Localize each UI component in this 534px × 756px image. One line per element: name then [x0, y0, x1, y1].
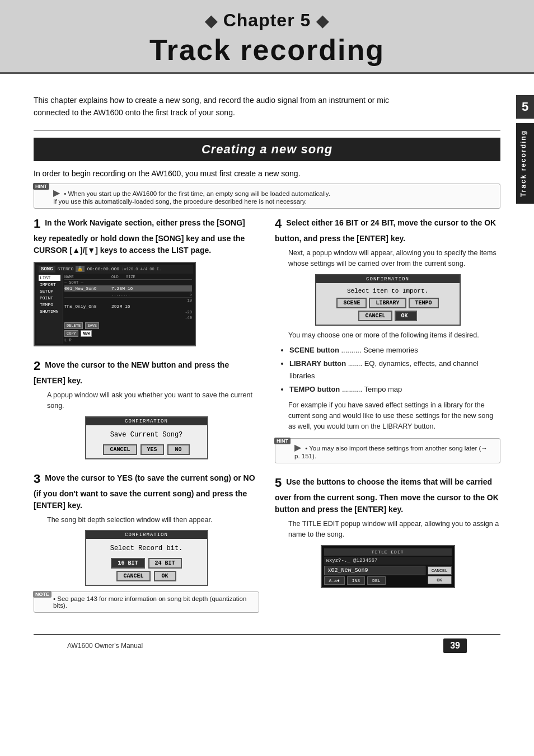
table-header: NAME OLD SIZE — [64, 275, 192, 280]
nav-tempo[interactable]: TEMPO — [39, 302, 60, 308]
ok-bit-button[interactable]: OK — [154, 571, 176, 581]
new-btn[interactable]: NEW — [81, 330, 92, 337]
row-numbers: 10 — [64, 298, 192, 303]
feature-list: SCENE button .......... Scene memories L… — [280, 344, 500, 396]
title-edit-bar: TITLE EDIT — [324, 548, 452, 556]
two-column-layout: 1 In the Work Navigate section, either p… — [34, 214, 500, 623]
hint-arrow-bottom-icon: ▶ — [294, 442, 301, 453]
intro-text: This chapter explains how to create a ne… — [34, 94, 425, 119]
screen-bottom: L R — [64, 338, 192, 342]
hint-badge: HINT — [33, 183, 49, 190]
sort-label: — SORT — — [64, 280, 192, 285]
hint-box-top: HINT ▶ • When you start up the AW1600 fo… — [34, 184, 500, 209]
table-row[interactable]: 001_New_Son9 7.25M 16 — [64, 285, 192, 292]
copy-btn[interactable]: COPY — [64, 330, 78, 337]
title-ins-button[interactable]: INS — [347, 576, 365, 585]
list-item-tempo: TEMPO button .......... Tempo map — [289, 383, 500, 395]
scene-label: SCENE button — [289, 346, 339, 354]
you-may-text: You may choose one or more of the follow… — [288, 330, 500, 341]
library-label: LIBRARY button — [289, 359, 346, 368]
step-3: 3 Move the cursor to YES (to save the cu… — [34, 469, 259, 613]
left-column: 1 In the Work Navigate section, either p… — [34, 214, 259, 623]
step-4-number: 4 — [275, 217, 282, 231]
scene-text: Scene memories — [363, 346, 418, 354]
title-az-button[interactable]: A-a♦ — [324, 576, 345, 585]
step-3-number: 3 — [34, 472, 40, 486]
delete-btn[interactable]: DELETE — [64, 322, 83, 329]
yes-button[interactable]: YES — [140, 444, 164, 455]
popup-bit-title: CONFIRMATION — [86, 531, 207, 539]
step-5: 5 Use the buttons to choose the items th… — [275, 473, 500, 588]
nav-setup[interactable]: SETUP — [39, 288, 60, 294]
title-input-box[interactable]: x02_New_Son9 — [324, 566, 425, 575]
song-table: NAME OLD SIZE — SORT — 001_New_Son9 7.25… — [63, 274, 193, 344]
side-tab-label: Track recording — [516, 123, 534, 204]
title-cancel-button[interactable]: CANCEL — [428, 566, 452, 575]
nav-point[interactable]: POINT — [39, 295, 60, 301]
popup-bit-text: Select Record bit. — [92, 542, 202, 555]
bit-ok-buttons: CANCEL OK — [92, 571, 202, 581]
song-list-screen: SONG STEREO 🔒 00:00:00.000 ♩=120.0 4/4 0… — [34, 262, 196, 346]
import-title: CONFIRMATION — [316, 275, 460, 283]
nav-list[interactable]: LIST — [39, 275, 60, 281]
import-buttons-row2: CANCEL OK — [321, 311, 455, 321]
step-2-number: 2 — [34, 359, 40, 373]
diamond-right-icon: ◆ — [316, 12, 329, 30]
scene-button[interactable]: SCENE — [336, 298, 367, 308]
step-1-header: 1 In the Work Navigate section, either p… — [34, 214, 259, 256]
footer-page-number: 39 — [443, 638, 467, 653]
library-button[interactable]: LIBRARY — [369, 298, 406, 308]
step-4-body: Next, a popup window will appear, allowi… — [288, 248, 500, 270]
title-chars: wxyz?-._ @1234567 — [324, 557, 452, 565]
hint-badge-bottom: HINT — [274, 438, 291, 444]
hint-text-line2: If you use this automatically-loaded son… — [53, 198, 307, 205]
popup-title: CONFIRMATION — [86, 417, 207, 425]
confirm-save-screen: CONFIRMATION Save Current Song? CANCEL Y… — [85, 416, 208, 459]
nav-import[interactable]: IMPORT — [39, 281, 60, 288]
ok-import-button[interactable]: OK — [395, 311, 417, 321]
page-title: Track recording — [0, 33, 534, 67]
title-input-row: x02_New_Son9 A-a♦ INS DEL CANCEL OK — [324, 566, 452, 585]
cancel-button[interactable]: CANCEL — [103, 444, 137, 455]
title-ok-button[interactable]: OK — [428, 576, 452, 584]
popup-text: Save Current Song? — [92, 429, 202, 441]
confirm-import-screen: CONFIRMATION Select item to Import. SCEN… — [315, 274, 461, 326]
step-3-body: The song bit depth selection window will… — [47, 515, 259, 525]
list-item-library: LIBRARY button ....... EQ, dynamics, eff… — [289, 358, 500, 382]
title-side-buttons: CANCEL OK — [428, 566, 452, 584]
table-row[interactable]: The_Only_On8 292M 16 — [64, 303, 192, 309]
right-column: 4 Select either 16 BIT or 24 BIT, move t… — [275, 214, 500, 623]
no-button[interactable]: NO — [167, 444, 190, 455]
page-footer: AW1600 Owner's Manual 39 — [34, 634, 500, 656]
save-btn[interactable]: SAVE — [85, 322, 99, 329]
step-3-header: 3 Move the cursor to YES (to save the cu… — [34, 469, 259, 511]
tempo-button[interactable]: TEMPO — [409, 298, 439, 308]
middle-text: For example if you have saved effect set… — [288, 400, 500, 433]
screen-header: SONG STEREO 🔒 00:00:00.000 ♩=120.0 4/4 0… — [36, 265, 193, 274]
title-bottom-row: A-a♦ INS DEL — [324, 576, 425, 585]
nav-shutdown[interactable]: SHUTDWN — [39, 308, 60, 314]
side-tab-number: 5 — [516, 95, 534, 119]
title-del-button[interactable]: DEL — [367, 576, 385, 585]
note-badge: NOTE — [33, 591, 51, 598]
section-bar: Creating a new song — [34, 138, 500, 161]
step-1-number: 1 — [34, 217, 40, 231]
popup-buttons: CANCEL YES NO — [92, 444, 202, 455]
hint-box-bottom: HINT ▶ • You may also import these setti… — [275, 438, 500, 463]
import-buttons-row1: SCENE LIBRARY TEMPO — [321, 298, 455, 308]
bit-buttons: 16 BIT 24 BIT — [92, 558, 202, 569]
library-dots: ....... — [348, 359, 362, 368]
cancel-import-button[interactable]: CANCEL — [358, 311, 392, 321]
cancel-bit-button[interactable]: CANCEL — [116, 571, 150, 581]
list-item-scene: SCENE button .......... Scene memories — [289, 344, 500, 356]
hint-arrow-icon: ▶ — [53, 187, 60, 198]
col-name: NAME — [64, 275, 109, 279]
step-4: 4 Select either 16 BIT or 24 BIT, move t… — [275, 214, 500, 463]
16bit-button[interactable]: 16 BIT — [111, 558, 144, 569]
diamond-left-icon: ◆ — [205, 12, 218, 30]
step-1: 1 In the Work Navigate section, either p… — [34, 214, 259, 346]
chapter-title: ◆ Chapter 5 ◆ — [0, 10, 534, 31]
24bit-button[interactable]: 24 BIT — [148, 558, 182, 569]
footer-model: AW1600 Owner's Manual — [67, 642, 143, 650]
main-content: This chapter explains how to create a ne… — [0, 74, 534, 668]
